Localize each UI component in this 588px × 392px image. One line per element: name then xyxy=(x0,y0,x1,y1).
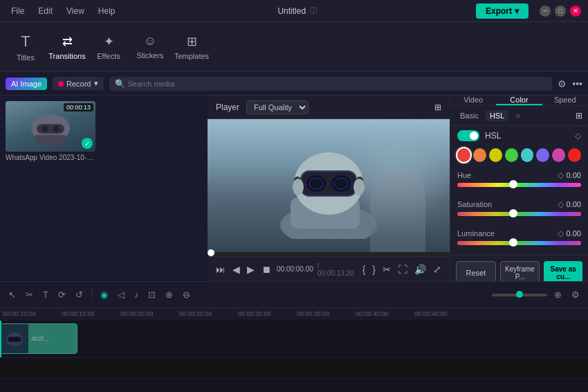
minimize-button[interactable]: ─ xyxy=(540,6,551,17)
ruler-label-0: 00:00:10:00 xyxy=(3,310,36,317)
tab-video[interactable]: Video xyxy=(450,96,496,105)
media-thumbnail[interactable]: 00:00:13 ✓ xyxy=(6,101,95,152)
keyframe-diamond-icon[interactable]: ◇ xyxy=(575,131,581,141)
hue-slider[interactable] xyxy=(457,183,581,187)
right-panel: Video Color Speed Basic HSL ○ ⊞ xyxy=(450,96,588,281)
toolbar-item-transitions[interactable]: ⇄ Transitions xyxy=(47,25,87,69)
ruler-label-5: 00:00:35:00 xyxy=(297,310,330,317)
panel-expand-icon[interactable]: ⊞ xyxy=(576,111,582,121)
sub-tab-custom[interactable]: ○ xyxy=(511,110,524,121)
timeline-tool-cursor[interactable]: ↖ xyxy=(6,288,19,301)
sub-tab-hsl[interactable]: HSL xyxy=(486,110,508,121)
svg-rect-1 xyxy=(37,124,64,134)
search-input[interactable] xyxy=(128,80,547,88)
hsl-toggle[interactable] xyxy=(457,130,479,141)
luminance-keyframe-icon[interactable]: ◇ xyxy=(558,229,564,238)
player-expand-icon[interactable]: ⊞ xyxy=(434,103,441,112)
timeline-tool-trim[interactable]: ✂ xyxy=(23,288,36,301)
toolbar-item-templates[interactable]: ⊞ Templates xyxy=(172,25,212,69)
maximize-button[interactable]: □ xyxy=(555,6,566,17)
menu-help[interactable]: Help xyxy=(94,5,120,17)
timeline-tool-active[interactable]: ◉ xyxy=(98,288,111,301)
saturation-value: 0.00 xyxy=(567,200,581,208)
clip-thumbnail xyxy=(1,324,28,353)
stop-button[interactable]: ⏹ xyxy=(260,262,273,276)
mark-in-button[interactable]: { xyxy=(361,262,367,276)
record-button[interactable]: Record ▾ xyxy=(53,77,103,90)
ruler-tick-0: 00:00:10:00 xyxy=(3,308,36,318)
svg-point-3 xyxy=(53,125,59,132)
saturation-slider[interactable] xyxy=(457,212,581,216)
ai-image-button[interactable]: AI Image xyxy=(6,78,47,90)
swatch-bright-red[interactable] xyxy=(568,148,581,162)
luminance-slider[interactable] xyxy=(457,241,581,245)
svg-point-17 xyxy=(353,179,365,195)
quality-select[interactable]: Full Quality xyxy=(246,100,309,114)
toolbar-item-titles[interactable]: T Titles xyxy=(6,25,46,69)
tab-color[interactable]: Color xyxy=(496,96,542,105)
saturation-label: Saturation xyxy=(457,200,492,208)
prev-frame-button[interactable]: ⏭ xyxy=(214,262,227,276)
volume-button[interactable]: 🔊 xyxy=(413,262,428,276)
swatch-yellow[interactable] xyxy=(489,148,502,162)
filter-button[interactable]: ⚙ xyxy=(558,78,567,89)
timeline-zoom-in[interactable]: ⊕ xyxy=(551,288,564,301)
mark-out-button[interactable]: } xyxy=(371,262,377,276)
more-options-button[interactable]: ••• xyxy=(572,78,582,89)
hue-keyframe-icon[interactable]: ◇ xyxy=(558,170,564,180)
video-clip[interactable]: 4b2f... xyxy=(0,323,77,354)
media-item-label: WhatsApp Video 2023-10-05... xyxy=(6,154,95,161)
luminance-section: Luminance ◇ 0.00 xyxy=(450,226,588,255)
timeline-tool-mark[interactable]: ◁ xyxy=(115,288,127,301)
playhead[interactable] xyxy=(0,321,1,357)
export-button[interactable]: Export ▾ xyxy=(476,3,529,19)
split-button[interactable]: ✂ xyxy=(381,262,392,276)
vr-scene-graphic xyxy=(23,106,78,148)
timeline-zoom xyxy=(492,294,547,296)
hue-section: Hue ◇ 0.00 xyxy=(450,168,588,197)
sub-tab-basic[interactable]: Basic xyxy=(456,110,483,121)
menu-file[interactable]: File xyxy=(7,5,28,17)
window-controls: ─ □ ✕ xyxy=(540,6,581,17)
title-bar: File Edit View Help Untitled ⓘ Export ▾ … xyxy=(0,0,588,22)
zoom-slider[interactable] xyxy=(492,294,547,296)
stickers-label: Stickers xyxy=(136,51,163,60)
fullscreen-button[interactable]: ⛶ xyxy=(396,262,409,276)
timeline-ruler: 00:00:10:00 00:00:15:00 00:00:20:00 00:0… xyxy=(0,308,588,321)
swatch-magenta[interactable] xyxy=(552,148,565,162)
luminance-thumb[interactable] xyxy=(509,238,517,247)
timeline-settings[interactable]: ⚙ xyxy=(569,288,582,301)
timeline-tool-text[interactable]: T xyxy=(40,288,51,301)
swatch-orange[interactable] xyxy=(473,148,486,162)
zoom-thumb[interactable] xyxy=(516,291,523,298)
saturation-thumb[interactable] xyxy=(509,209,517,217)
player-right-section: Player Full Quality ⊞ xyxy=(208,96,588,281)
menu-edit[interactable]: Edit xyxy=(34,5,57,17)
timeline-tool-motion[interactable]: ⟳ xyxy=(55,288,68,301)
close-button[interactable]: ✕ xyxy=(570,6,581,17)
saturation-keyframe-icon[interactable]: ◇ xyxy=(558,199,564,209)
timeline-tool-audio[interactable]: ♪ xyxy=(131,288,142,301)
play-backward-button[interactable]: ◀ xyxy=(231,262,241,276)
player-progress-bar[interactable] xyxy=(208,252,450,256)
timeline-zoom-out[interactable]: ⊖ xyxy=(180,288,193,301)
menu-view[interactable]: View xyxy=(62,5,89,17)
timeline-tool-effects[interactable]: ⊕ xyxy=(163,288,176,301)
hue-thumb[interactable] xyxy=(509,180,517,188)
swatch-cyan[interactable] xyxy=(521,148,534,162)
right-sub-tabs: Basic HSL ○ ⊞ xyxy=(450,106,588,126)
record-dot-icon xyxy=(58,81,64,87)
export-label: Export xyxy=(486,6,512,16)
timeline-tool-speed[interactable]: ↺ xyxy=(73,288,86,301)
progress-thumb[interactable] xyxy=(208,249,214,256)
swatch-red[interactable] xyxy=(457,148,470,162)
toolbar-item-stickers[interactable]: ☺ Stickers xyxy=(130,25,170,69)
swatch-green[interactable] xyxy=(505,148,518,162)
tab-speed[interactable]: Speed xyxy=(542,96,588,105)
effects-label: Effects xyxy=(97,52,120,60)
play-button[interactable]: ▶ xyxy=(246,262,256,276)
toolbar-item-effects[interactable]: ✦ Effects xyxy=(89,25,129,69)
timeline-tool-record[interactable]: ⊡ xyxy=(145,288,158,301)
expand-button[interactable]: ⤢ xyxy=(432,262,443,276)
swatch-purple[interactable] xyxy=(536,148,549,162)
